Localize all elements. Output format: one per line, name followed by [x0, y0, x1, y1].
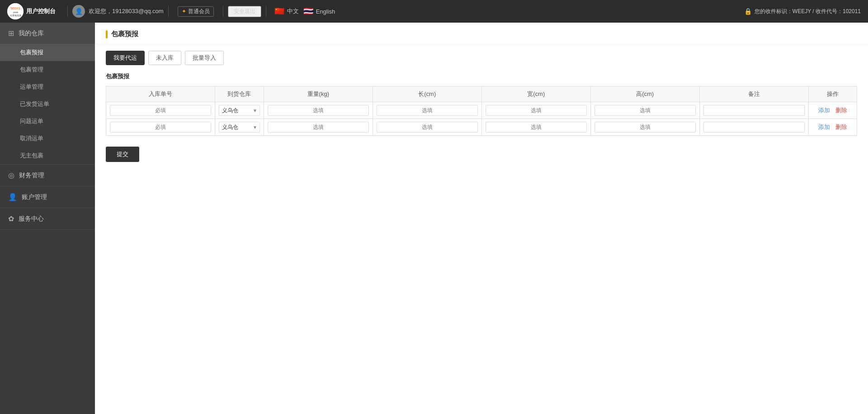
logo: 56SYS .com 全景物流通 用户控制台: [7, 3, 56, 19]
delete-button-1[interactable]: 删除: [835, 107, 847, 114]
form-section: 包裹预报 入库单号 到货仓库 重量(kg) 长(cm) 宽(cm) 高(cm) …: [95, 65, 868, 143]
delete-button-2[interactable]: 删除: [835, 124, 847, 130]
cell-weight-2: [264, 119, 373, 136]
select-wrap-1: 义乌仓 广州仓 上海仓 ▼: [219, 105, 260, 116]
input-length-2[interactable]: [377, 122, 478, 133]
sidebar-item-problem-waybill[interactable]: 问题运单: [0, 113, 95, 130]
sidebar-finance-label: 财务管理: [19, 171, 44, 180]
cell-destination-1: 义乌仓 广州仓 上海仓 ▼: [215, 102, 264, 119]
col-length: 长(cm): [373, 86, 481, 102]
select-destination-2[interactable]: 义乌仓 广州仓 上海仓: [219, 122, 260, 133]
sidebar-account-label: 账户管理: [22, 193, 47, 201]
sidebar-sub-label-manage: 包裹管理: [20, 66, 43, 73]
cell-width-2: [481, 119, 590, 136]
input-weight-2[interactable]: [268, 122, 369, 133]
cell-width-1: [481, 102, 590, 119]
input-width-2[interactable]: [486, 122, 587, 133]
layout: ⊞ 我的仓库 包裹预报 包裹管理 运单管理 已发货运单 问题运单 取消运单: [0, 23, 868, 414]
divider3: [223, 6, 223, 17]
cell-remark-2: [699, 119, 808, 136]
select-wrap-2: 义乌仓 广州仓 上海仓 ▼: [219, 122, 260, 133]
lang-en-label[interactable]: English: [316, 8, 335, 15]
col-weight: 重量(kg): [264, 86, 373, 102]
col-remark: 备注: [699, 86, 808, 102]
topnav: 56SYS .com 全景物流通 用户控制台 👤 欢迎您，19128033@qq…: [0, 0, 868, 23]
divider1: [67, 6, 68, 17]
member-badge: ✦ 普通会员: [178, 6, 214, 17]
finance-icon: ◎: [8, 171, 14, 180]
sidebar-item-shipped-waybill[interactable]: 已发货运单: [0, 95, 95, 113]
welcome-text: 欢迎您，19128033@qq.com: [89, 7, 164, 15]
member-label: 普通会员: [188, 8, 210, 15]
divider4: [266, 6, 266, 17]
sidebar-sub-label-ownerless: 无主包裹: [20, 152, 43, 159]
svg-text:.com: .com: [13, 11, 18, 14]
input-warehouse-no-1[interactable]: [110, 105, 211, 116]
sidebar-service-section: ✿ 服务中心: [0, 208, 95, 230]
cell-length-2: [373, 119, 481, 136]
col-warehouse-no: 入库单号: [106, 86, 215, 102]
sidebar-item-warehouse[interactable]: ⊞ 我的仓库: [0, 23, 95, 44]
receiver-info: 🔒 您的收件标识：WEEJY / 收件代号：102011: [744, 8, 861, 15]
table-title: 包裹预报: [106, 72, 857, 81]
logout-button[interactable]: 安全退出: [228, 6, 261, 17]
lang-zh[interactable]: 🇨🇳 中文: [274, 6, 299, 16]
sidebar-item-package-preannounce[interactable]: 包裹预报: [0, 44, 95, 61]
cell-remark-1: [699, 102, 808, 119]
sidebar-item-package-manage[interactable]: 包裹管理: [0, 61, 95, 78]
sidebar: ⊞ 我的仓库 包裹预报 包裹管理 运单管理 已发货运单 问题运单 取消运单: [0, 23, 95, 414]
sidebar-finance-section: ◎ 财务管理: [0, 165, 95, 186]
lock-icon: 🔒: [744, 8, 752, 15]
sidebar-sub-label-preannounce: 包裹预报: [20, 49, 43, 56]
sidebar-item-finance[interactable]: ◎ 财务管理: [0, 165, 95, 186]
sidebar-item-account[interactable]: 👤 账户管理: [0, 186, 95, 208]
svg-text:56SYS: 56SYS: [10, 7, 20, 10]
avatar: 👤: [72, 5, 85, 18]
sidebar-account-section: 👤 账户管理: [0, 186, 95, 208]
cell-height-2: [590, 119, 699, 136]
input-remark-2[interactable]: [703, 122, 805, 133]
table-row: 义乌仓 广州仓 上海仓 ▼: [106, 102, 857, 119]
account-icon: 👤: [8, 193, 17, 201]
divider2: [168, 6, 169, 17]
input-height-1[interactable]: [594, 105, 696, 116]
input-length-1[interactable]: [377, 105, 478, 116]
table-row: 义乌仓 广州仓 上海仓 ▼: [106, 119, 857, 136]
title-bar-accent: [106, 30, 108, 38]
add-button-2[interactable]: 添加: [818, 124, 830, 130]
cell-action-2: 添加 删除: [808, 119, 857, 136]
select-destination-1[interactable]: 义乌仓 广州仓 上海仓: [219, 105, 260, 116]
cell-warehouse-no-2: [106, 119, 215, 136]
submit-button[interactable]: 提交: [106, 147, 139, 162]
cell-height-1: [590, 102, 699, 119]
cell-destination-2: 义乌仓 广州仓 上海仓 ▼: [215, 119, 264, 136]
sidebar-item-waybill-manage[interactable]: 运单管理: [0, 78, 95, 95]
main-content: 包裹预报 我要代运 未入库 批量导入 包裹预报 入库单号 到货仓库 重量(kg)…: [95, 23, 868, 414]
input-remark-1[interactable]: [703, 105, 805, 116]
col-height: 高(cm): [590, 86, 699, 102]
lang-zh-label[interactable]: 中文: [287, 7, 299, 15]
input-height-2[interactable]: [594, 122, 696, 133]
flag-cn-icon: 🇨🇳: [274, 6, 284, 16]
sidebar-item-cancel-waybill[interactable]: 取消运单: [0, 130, 95, 147]
tab-proxy[interactable]: 我要代运: [106, 51, 145, 65]
tab-not-in[interactable]: 未入库: [148, 51, 181, 65]
input-width-1[interactable]: [486, 105, 587, 116]
input-warehouse-no-2[interactable]: [110, 122, 211, 133]
sidebar-warehouse-section: ⊞ 我的仓库 包裹预报 包裹管理 运单管理 已发货运单 问题运单 取消运单: [0, 23, 95, 165]
tab-batch[interactable]: 批量导入: [185, 51, 224, 65]
cell-weight-1: [264, 102, 373, 119]
input-weight-1[interactable]: [268, 105, 369, 116]
page-title: 包裹预报: [111, 30, 138, 38]
preview-table: 入库单号 到货仓库 重量(kg) 长(cm) 宽(cm) 高(cm) 备注 操作: [106, 86, 857, 136]
sidebar-item-service[interactable]: ✿ 服务中心: [0, 208, 95, 229]
add-button-1[interactable]: 添加: [818, 107, 830, 114]
col-width: 宽(cm): [481, 86, 590, 102]
page-header: 包裹预报: [95, 23, 868, 44]
lang-en[interactable]: 🇹🇭 English: [303, 6, 335, 16]
svg-text:全景物流通: 全景物流通: [10, 14, 22, 17]
col-destination: 到货仓库: [215, 86, 264, 102]
sidebar-item-ownerless-package[interactable]: 无主包裹: [0, 147, 95, 164]
cell-action-1: 添加 删除: [808, 102, 857, 119]
sidebar-sub-label-problem: 问题运单: [20, 118, 43, 124]
